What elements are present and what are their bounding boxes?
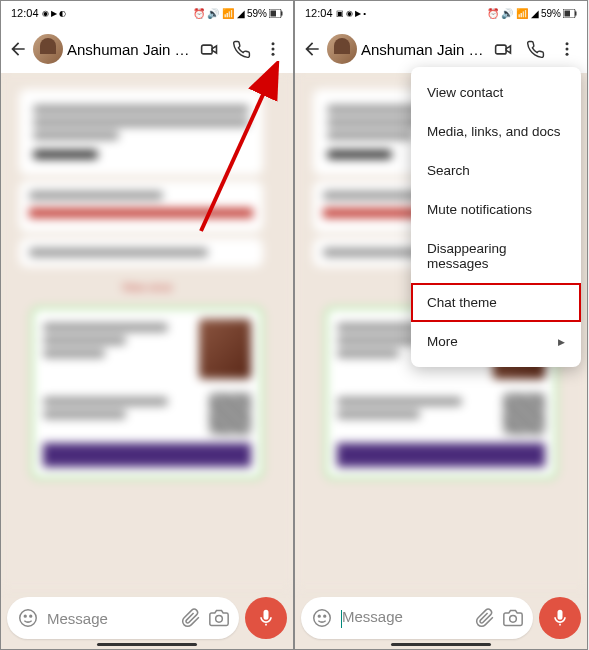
video-icon: [493, 39, 514, 60]
status-bar: 12:04 ▣ ◉ ▶ • ⏰ 🔊 📶 ◢ 59%: [295, 1, 587, 25]
video-call-button[interactable]: [195, 35, 223, 63]
svg-point-22: [510, 616, 517, 623]
menu-chat-theme[interactable]: Chat theme: [411, 283, 581, 322]
app-bar: Anshuman Jain (M...: [295, 25, 587, 73]
notif-icons: ▣ ◉ ▶ •: [336, 9, 366, 18]
svg-point-4: [272, 42, 275, 45]
screen-right: 12:04 ▣ ◉ ▶ • ⏰ 🔊 📶 ◢ 59% Anshuman Jain …: [294, 0, 588, 650]
svg-rect-15: [495, 45, 506, 54]
video-icon: [199, 39, 220, 60]
svg-point-10: [30, 615, 32, 617]
battery-icon: [563, 9, 577, 18]
contact-avatar[interactable]: [327, 34, 357, 64]
menu-more[interactable]: More▶: [411, 322, 581, 361]
phone-icon: [526, 40, 545, 59]
svg-point-21: [324, 615, 326, 617]
camera-icon[interactable]: [503, 608, 523, 628]
mic-button[interactable]: [245, 597, 287, 639]
more-options-button[interactable]: [259, 35, 287, 63]
svg-rect-14: [575, 11, 577, 15]
svg-point-16: [566, 42, 569, 45]
app-bar: Anshuman Jain (M...: [1, 25, 293, 73]
status-time: 12:04: [11, 7, 39, 19]
svg-point-11: [216, 616, 223, 623]
status-indicators: ⏰ 🔊 📶 ◢: [193, 8, 245, 19]
screen-left: 12:04 ◉ ▶ ◐ ⏰ 🔊 📶 ◢ 59% Anshuman Jain (M…: [0, 0, 294, 650]
svg-point-5: [272, 48, 275, 51]
contact-name[interactable]: Anshuman Jain (M...: [361, 41, 485, 58]
svg-point-6: [272, 53, 275, 56]
battery-percent: 59%: [541, 8, 561, 19]
attach-icon[interactable]: [181, 608, 201, 628]
message-placeholder: Message: [341, 608, 467, 627]
contact-avatar[interactable]: [33, 34, 63, 64]
voice-call-button[interactable]: [227, 35, 255, 63]
battery-icon: [269, 9, 283, 18]
mic-icon: [550, 608, 570, 628]
status-indicators: ⏰ 🔊 📶 ◢: [487, 8, 539, 19]
svg-point-9: [24, 615, 26, 617]
menu-search[interactable]: Search: [411, 151, 581, 190]
voice-call-button[interactable]: [521, 35, 549, 63]
sticker-icon: [311, 607, 333, 629]
svg-rect-1: [271, 10, 277, 16]
camera-icon[interactable]: [209, 608, 229, 628]
video-call-button[interactable]: [489, 35, 517, 63]
svg-point-18: [566, 53, 569, 56]
svg-rect-13: [565, 10, 571, 16]
status-bar: 12:04 ◉ ▶ ◐ ⏰ 🔊 📶 ◢ 59%: [1, 1, 293, 25]
svg-rect-2: [281, 11, 283, 15]
more-options-button[interactable]: [553, 35, 581, 63]
more-vert-icon: [264, 40, 282, 58]
svg-rect-3: [201, 45, 212, 54]
input-bar: Message: [301, 597, 581, 639]
chevron-right-icon: ▶: [558, 337, 565, 347]
status-time: 12:04: [305, 7, 333, 19]
home-indicator: [97, 643, 197, 646]
home-indicator: [391, 643, 491, 646]
attach-icon[interactable]: [475, 608, 495, 628]
battery-percent: 59%: [247, 8, 267, 19]
menu-view-contact[interactable]: View contact: [411, 73, 581, 112]
menu-disappearing-messages[interactable]: Disappearing messages: [411, 229, 581, 283]
center-label: View once: [11, 281, 283, 293]
svg-point-8: [20, 610, 37, 627]
chat-background: View once: [1, 73, 293, 589]
back-button[interactable]: [301, 38, 323, 60]
input-bar: Message: [7, 597, 287, 639]
back-button[interactable]: [7, 38, 29, 60]
arrow-back-icon: [302, 39, 322, 59]
message-input[interactable]: Message: [301, 597, 533, 639]
svg-point-19: [314, 610, 331, 627]
svg-point-17: [566, 48, 569, 51]
message-placeholder: Message: [47, 610, 173, 627]
sticker-icon: [17, 607, 39, 629]
menu-media-links-docs[interactable]: Media, links, and docs: [411, 112, 581, 151]
svg-point-20: [318, 615, 320, 617]
menu-mute-notifications[interactable]: Mute notifications: [411, 190, 581, 229]
arrow-back-icon: [8, 39, 28, 59]
mic-button[interactable]: [539, 597, 581, 639]
options-menu: View contact Media, links, and docs Sear…: [411, 67, 581, 367]
mic-icon: [256, 608, 276, 628]
notif-icons: ◉ ▶ ◐: [42, 9, 66, 18]
more-vert-icon: [558, 40, 576, 58]
phone-icon: [232, 40, 251, 59]
contact-name[interactable]: Anshuman Jain (M...: [67, 41, 191, 58]
message-input[interactable]: Message: [7, 597, 239, 639]
